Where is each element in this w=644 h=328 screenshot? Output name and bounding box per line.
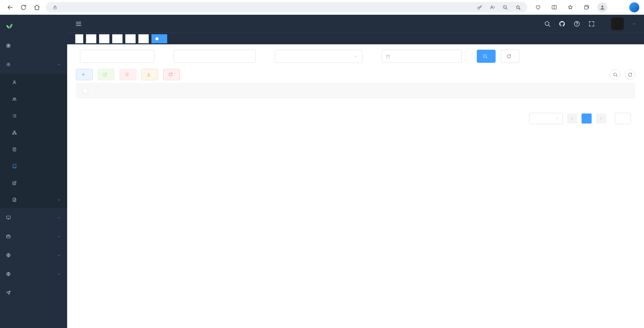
toolbar-right [610,69,635,80]
badge-icon [12,147,17,152]
sidebar-item-bbs[interactable] [0,246,67,265]
sidebar-item-menu-management[interactable] [0,107,67,124]
sidebar-item-dept-management[interactable] [0,124,67,141]
sidebar-item-home[interactable] [0,36,67,55]
password-key-icon[interactable] [475,4,484,10]
tab-role-management[interactable] [99,34,109,43]
user-avatar[interactable] [611,17,624,30]
zoom-icon[interactable] [500,4,510,10]
sidebar-item-post-management[interactable] [0,141,67,158]
chevron-down-icon [555,116,559,121]
globe-icon [6,272,11,276]
browser-home-button[interactable] [30,1,44,13]
sidebar-item-yi-framework[interactable] [0,283,67,302]
lock-icon [50,5,60,10]
sidebar-item-user-management[interactable] [0,74,67,91]
read-aloud-icon[interactable] [488,4,497,10]
navbar-actions [544,17,636,30]
book-icon [12,164,17,169]
add-button[interactable] [76,69,93,80]
select-all-checkbox[interactable] [83,88,88,93]
logo-leaf-icon [5,21,13,30]
github-icon[interactable] [559,20,565,27]
tab-dept-management[interactable] [125,34,136,43]
list-icon [12,113,17,118]
chevron-down-icon [57,216,61,220]
browser-more-icon[interactable] [611,1,626,13]
tab-user-management[interactable] [86,34,96,43]
top-navbar [67,15,644,33]
delete-button[interactable] [120,69,136,80]
menu-fold-icon[interactable] [75,20,82,27]
table-toolbar [76,69,635,80]
users-icon [12,97,17,101]
edit-icon [12,181,17,185]
sidebar-item-system-tools[interactable] [0,227,67,246]
chevron-down-icon [353,54,358,59]
edit-button[interactable] [98,69,114,80]
sidebar-item-system-monitor[interactable] [0,208,67,227]
help-icon[interactable] [573,20,580,27]
col-dict-id [95,83,174,98]
gear-icon [6,62,11,67]
pagination [76,113,635,124]
app-logo[interactable] [0,15,67,36]
sidebar-item-log-management[interactable] [0,191,67,208]
favorites-icon[interactable] [563,1,578,13]
col-created [498,83,566,98]
sidebar-menu [0,36,67,302]
next-page-button[interactable] [596,113,606,124]
col-remark [417,83,498,98]
refresh-cache-button[interactable] [163,69,180,80]
browser-refresh-button[interactable] [17,1,30,13]
document-icon [12,197,17,202]
globe-icon [6,253,11,257]
tab-post-management[interactable] [138,34,149,43]
collections-icon[interactable] [579,1,594,13]
dict-table [76,83,635,98]
dict-type-input[interactable] [174,50,256,63]
active-dot-icon [155,37,158,40]
browser-back-button[interactable] [3,1,17,13]
browser-chrome [0,0,644,15]
bing-icon[interactable] [629,2,639,12]
sidebar-item-system-management[interactable] [0,55,67,74]
chevron-up-icon [57,62,61,67]
user-icon [12,80,17,85]
search-icon[interactable] [544,20,551,27]
main-area [67,15,644,328]
fullscreen-icon[interactable] [588,20,595,27]
tab-dict-management[interactable] [151,34,167,43]
reset-button[interactable] [501,50,519,63]
sidebar-item-erp[interactable] [0,265,67,283]
page-button-1[interactable] [582,113,592,124]
chevron-down-icon [57,198,61,202]
page-size-select[interactable] [529,113,563,124]
search-button[interactable] [477,50,496,63]
col-dict-type [256,83,336,98]
tab-menu-management[interactable] [112,34,123,43]
goto-page-input[interactable] [615,113,631,124]
browser-profile-avatar[interactable] [595,1,610,13]
chevron-down-icon [57,253,61,257]
toggle-search-button[interactable] [610,69,620,80]
calendar-icon [386,54,390,59]
prev-page-button[interactable] [567,113,577,124]
chevron-down-icon[interactable] [632,22,636,26]
split-screen-icon[interactable] [547,1,561,13]
sidebar-item-dict-management[interactable] [0,158,67,175]
status-select[interactable] [275,50,363,63]
dict-name-input[interactable] [80,50,154,63]
sidebar-item-param-settings[interactable] [0,175,67,191]
search-form [76,50,635,63]
refresh-table-button[interactable] [625,69,635,80]
tab-home[interactable] [75,34,83,43]
date-range-picker[interactable] [382,50,462,63]
add-favorite-icon[interactable] [513,4,522,10]
sidebar-item-role-management[interactable] [0,91,67,107]
sidebar [0,15,67,328]
paper-plane-icon [6,290,11,295]
export-button[interactable] [141,69,158,80]
browser-essentials-icon[interactable] [531,1,545,13]
address-bar[interactable] [46,2,527,12]
